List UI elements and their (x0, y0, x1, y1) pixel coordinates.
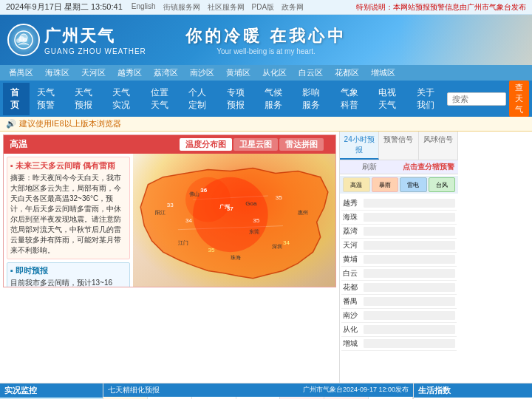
city-haizhu: 海珠 (343, 212, 364, 222)
svg-text:33: 33 (167, 202, 174, 208)
alert-list: 越秀 海珠 荔湾 天河 黄埔 白云 (340, 195, 458, 352)
main-nav: 首页 天气预警 天气预报 天气实况 位置天气 个人定制 专项预报 气候服务 影响… (0, 81, 532, 117)
svg-text:佛山: 佛山 (189, 191, 200, 197)
loc-huangpu[interactable]: 黄埔区 (223, 66, 253, 79)
loc-haizhu[interactable]: 海珠区 (42, 66, 72, 79)
notice-bar: 🔊 建议使用IE8以上版本浏览器 (0, 117, 532, 132)
alert-row-haizhu: 海珠 (341, 211, 457, 225)
nav-about[interactable]: 关于我们 (409, 83, 447, 115)
forecast-source: 广州市气象台2024-09-17 12:00发布 (303, 385, 409, 395)
city-huangpu: 黄埔 (343, 254, 364, 265)
realtime-content: 目前我市多云间晴，预计13~16时，我市多云间晴，气温33~36°C，欢桂翔的偏… (10, 278, 126, 287)
svg-text:Goa: Goa (245, 200, 257, 207)
forecast-title: ▪ 未来三天多云间晴 偶有雷雨 (10, 160, 126, 171)
gaow-title: 高温 (10, 138, 27, 151)
nav-home[interactable]: 首页 (3, 83, 30, 115)
nav-english[interactable]: English (132, 2, 156, 13)
check-warning[interactable]: 点击查分辖预警 (399, 160, 458, 174)
loc-liwan[interactable]: 荔湾区 (151, 66, 181, 79)
tab-radar[interactable]: 雷达拼图 (279, 138, 324, 151)
warning-icon-4: 台风 (429, 177, 456, 192)
tab-24h[interactable]: 24小时预报 (340, 132, 379, 160)
loc-zengcheng[interactable]: 增城区 (368, 66, 398, 79)
forecast-header: 七天精细化预报 广州市气象台2024-09-17 12:00发布 (103, 383, 413, 397)
nav-forecast[interactable]: 天气预报 (67, 83, 105, 115)
monitor-panel: 实况监控 温度 雨量 风速 (0, 383, 103, 399)
map-svg: 36 37 35 34 35 33 34 35 广州 东莞 深圳 (133, 154, 335, 287)
svg-text:36: 36 (200, 187, 208, 194)
warning-icon-3: 雷电 (400, 177, 427, 192)
svg-point-4 (23, 38, 27, 42)
slogan-main: 你的冷暖 在我心中 (185, 25, 347, 47)
logo-icon (7, 24, 40, 56)
city-zengcheng: 增城 (343, 338, 364, 349)
alert-row-nansha: 南沙 (341, 309, 457, 323)
gaow-realtime: ▪ 即时预报 目前我市多云间晴，预计13~16时，我市多云间晴，气温33~36°… (7, 262, 130, 287)
alert-row-baiyun: 白云 (341, 267, 457, 281)
search-button[interactable]: 查天气 (509, 81, 529, 117)
gaow-text: ▪ 未来三天多云间晴 偶有雷雨 摘要：昨天夜间今今天白天，我市大部地区多云为主，… (4, 154, 133, 287)
nav-realtime[interactable]: 天气实况 (105, 83, 143, 115)
nav-tv[interactable]: 电视天气 (371, 83, 409, 115)
search-input[interactable] (447, 92, 506, 106)
svg-text:35: 35 (276, 194, 283, 201)
nav-gov[interactable]: 政务网 (282, 2, 304, 13)
nav-special[interactable]: 专项预报 (219, 83, 257, 115)
refresh-btn[interactable]: 刷新 (340, 160, 399, 174)
tab-wind[interactable]: 风球信号 (419, 132, 458, 160)
city-yuexiu: 越秀 (343, 198, 364, 208)
top-bar-left: 2024年9月17日 星期二 13:50:41 English 街镇服务网 社区… (6, 1, 304, 13)
loc-yuexiu[interactable]: 越秀区 (115, 66, 145, 79)
gaow-forecast: ▪ 未来三天多云间晴 偶有雷雨 摘要：昨天夜间今今天白天，我市大部地区多云为主，… (7, 157, 130, 259)
nav-climate[interactable]: 气候服务 (257, 83, 295, 115)
svg-text:阳江: 阳江 (155, 210, 166, 216)
nav-community[interactable]: 社区服务网 (208, 2, 245, 13)
alert-row-tianhe: 天河 (341, 239, 457, 253)
city-conghua: 从化 (343, 324, 364, 335)
loc-nansha[interactable]: 南沙区 (187, 66, 217, 79)
warning-image-placeholder: 高温 暴雨 雷电 台风 (340, 176, 458, 194)
alert-tabs: 24小时预报 预警信号 风球信号 (340, 132, 458, 160)
tab-satellite[interactable]: 卫星云图 (233, 138, 278, 151)
gaow-tabs: 温度分布图 卫星云图 雷达拼图 (174, 137, 330, 152)
svg-text:深圳: 深圳 (272, 244, 282, 250)
loc-huadu[interactable]: 花都区 (332, 66, 362, 79)
loc-fanyu[interactable]: 番禺区 (6, 66, 36, 79)
svg-text:34: 34 (283, 239, 290, 246)
life-panel: 生活指数 ☀️ 紫外线 强 💧 舒适度 较不舒适 🌂 雨伞 建议携带 👕 穿衣 … (414, 383, 532, 399)
alert-row-yuexiu: 越秀 (341, 197, 457, 211)
svg-text:惠州: 惠州 (297, 210, 308, 216)
alert-sub-tabs: 刷新 点击查分辖预警 (340, 160, 458, 174)
nav-pda[interactable]: PDA版 (252, 2, 275, 13)
alert-row-panyu: 番禺 (341, 295, 457, 309)
tab-temp-map[interactable]: 温度分布图 (180, 138, 232, 151)
nav-impact[interactable]: 影响服务 (295, 83, 332, 115)
logo-en: GUANG ZHOU WEATHER (44, 47, 146, 55)
loc-conghua[interactable]: 从化区 (259, 66, 290, 79)
slogan-sub: Your well-being is at my heart. (185, 47, 347, 55)
alert-row-huadu: 花都 (341, 281, 457, 295)
city-baiyun: 白云 (343, 268, 364, 279)
nav-custom[interactable]: 个人定制 (181, 83, 219, 115)
svg-text:东莞: 东莞 (249, 229, 259, 235)
top-bar-notice: 特别说明：本网站预报预警信息由广州市气象台发布 (356, 2, 526, 13)
nav-warning[interactable]: 天气预警 (30, 83, 67, 115)
svg-text:35: 35 (208, 247, 215, 253)
tab-warning[interactable]: 预警信号 (379, 132, 418, 160)
city-panyu: 番禺 (343, 296, 364, 307)
svg-text:江门: 江门 (178, 240, 188, 246)
right-sidebar: 24小时预报 预警信号 风球信号 刷新 点击查分辖预警 高温 暴雨 雷电 台风 … (340, 132, 458, 383)
notice-text: 建议使用IE8以上版本浏览器 (19, 118, 121, 129)
forecast-panel: 七天精细化预报 广州市气象台2024-09-17 12:00发布 09/17 今… (103, 383, 414, 399)
map-background: 36 37 35 34 35 33 34 35 广州 东莞 深圳 (133, 154, 335, 287)
logo-text: 广州天气 GUANG ZHOU WEATHER (44, 25, 146, 55)
nav-street[interactable]: 街镇服务网 (163, 2, 200, 13)
loc-tianhe[interactable]: 天河区 (78, 66, 109, 79)
nav-location[interactable]: 位置天气 (143, 83, 181, 115)
left-panel: 高温 温度分布图 卫星云图 雷达拼图 ▪ 未来三天多云间晴 偶有雷雨 摘要：昨天… (0, 132, 340, 383)
loc-baiyun[interactable]: 白云区 (296, 66, 326, 79)
forecast-content: 摘要：昨天夜间今今天白天，我市大部地区多云为主，局部有雨，今天白天各区最高温32… (10, 173, 126, 256)
svg-text:广州: 广州 (219, 203, 230, 210)
monitor-header: 实况监控 (0, 383, 103, 398)
nav-science[interactable]: 气象科普 (333, 83, 371, 115)
